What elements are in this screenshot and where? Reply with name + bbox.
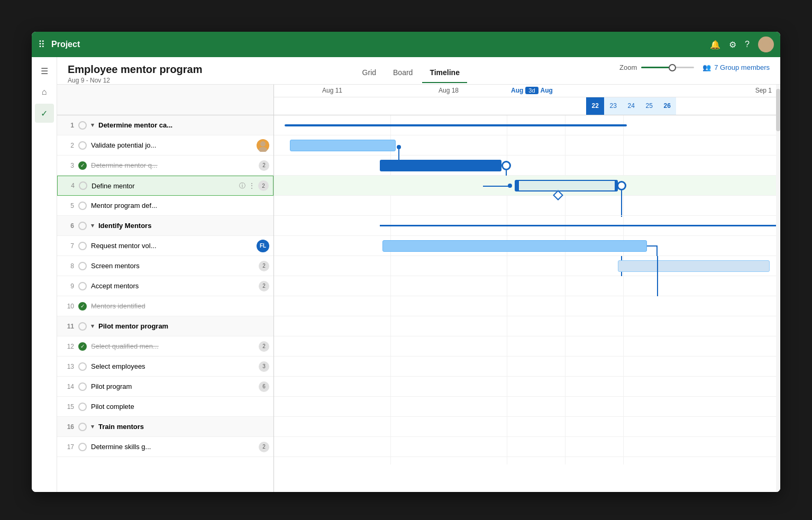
help-icon[interactable]: ? xyxy=(745,40,750,49)
task-badge: 2 xyxy=(259,281,269,291)
gantt-row-12 xyxy=(274,336,780,357)
gantt-row-5 xyxy=(274,196,780,216)
gantt-scrollbar-thumb[interactable] xyxy=(776,89,780,131)
gantt-row-17 xyxy=(274,437,780,457)
svg-point-2 xyxy=(260,141,266,147)
project-title-area: Employee mentor program Aug 9 - Nov 12 xyxy=(68,63,203,84)
gantt-scrollbar[interactable] xyxy=(776,85,780,492)
avatar[interactable] xyxy=(758,37,774,52)
gantt-container: 1 ▾ Determine mentor ca... 2 Validate po… xyxy=(57,85,780,492)
connector-h2 xyxy=(483,186,508,187)
main-content: Employee mentor program Aug 9 - Nov 12 G… xyxy=(57,57,780,492)
bar-row1[interactable] xyxy=(285,124,627,126)
table-row[interactable]: 6 ▾ Identify Mentors xyxy=(57,216,273,236)
task-badge: 2 xyxy=(259,261,269,271)
task-avatar xyxy=(257,139,269,152)
top-bar-icons: 🔔 ⚙ ? xyxy=(710,37,774,52)
gantt-row-1 xyxy=(274,115,780,135)
sidebar-item-home[interactable]: ⌂ xyxy=(35,83,54,102)
gantt-row-4 xyxy=(274,176,780,196)
day-23: 23 xyxy=(604,97,622,115)
gantt-row-13 xyxy=(274,357,780,377)
table-row[interactable]: 9 Accept mentors 2 xyxy=(57,276,273,296)
svg-point-0 xyxy=(762,39,770,47)
zoom-slider[interactable] xyxy=(641,67,694,68)
gantt-inner: Aug 11 Aug 18 Aug 3d Aug Sep 1 xyxy=(274,85,780,464)
group-icon: 👥 xyxy=(702,63,711,71)
collapse-arrow[interactable]: ▾ xyxy=(91,323,94,330)
gantt-row-2 xyxy=(274,135,780,156)
connector-v6 xyxy=(657,276,658,296)
task-badge: 2 xyxy=(259,341,269,352)
group-members-button[interactable]: 👥 7 Group members xyxy=(702,63,770,71)
collapse-arrow[interactable]: ▾ xyxy=(91,122,94,129)
resize-handle-left[interactable] xyxy=(516,181,519,190)
svg-point-3 xyxy=(259,147,267,152)
task-badge: 2 xyxy=(258,180,269,191)
table-row[interactable]: 17 Determine skills g... 2 xyxy=(57,437,273,457)
task-badge: 2 xyxy=(259,442,269,452)
task-avatar: FL xyxy=(257,240,269,252)
table-row[interactable]: 1 ▾ Determine mentor ca... xyxy=(57,115,273,135)
header-right: Zoom 👥 7 Group members xyxy=(619,63,770,76)
waffle-icon[interactable]: ⠿ xyxy=(38,39,45,50)
gantt-area: Aug 11 Aug 18 Aug 3d Aug Sep 1 xyxy=(274,85,780,492)
sidebar-item-check[interactable]: ✓ xyxy=(35,104,54,123)
notification-icon[interactable]: 🔔 xyxy=(710,40,720,50)
settings-icon[interactable]: ⚙ xyxy=(729,40,736,50)
connector-dot2 xyxy=(508,184,512,188)
top-bar: ⠿ Project 🔔 ⚙ ? xyxy=(32,32,780,57)
gantt-row-14 xyxy=(274,377,780,397)
collapse-arrow[interactable]: ▾ xyxy=(91,423,94,430)
bar-row4[interactable] xyxy=(515,180,618,191)
table-row[interactable]: 10 ✓ Mentors identified xyxy=(57,296,273,316)
gantt-row-3 xyxy=(274,156,780,176)
bar-row2[interactable] xyxy=(290,140,396,151)
gantt-row-16 xyxy=(274,417,780,437)
bar-end-circle2 xyxy=(617,181,626,190)
table-row[interactable]: 11 ▾ Pilot mentor program xyxy=(57,316,273,336)
day-24: 24 xyxy=(622,97,640,115)
more-icon[interactable]: ⋮ xyxy=(249,182,255,189)
bar-row7-tail xyxy=(647,245,658,247)
table-row[interactable]: 14 Pilot program 6 xyxy=(57,377,273,397)
table-row[interactable]: 12 ✓ Select qualified men... 2 xyxy=(57,336,273,357)
gantt-rows xyxy=(274,115,780,464)
bar-end-circle xyxy=(501,161,511,170)
info-icon[interactable]: ⓘ xyxy=(239,181,245,190)
gantt-row-8 xyxy=(274,256,780,276)
bar-row6-full xyxy=(380,225,780,226)
gantt-row-9 xyxy=(274,276,780,296)
table-row[interactable]: 4 Define mentor ⓘ ⋮ 2 xyxy=(57,176,273,196)
week-label-sep: Sep 1 xyxy=(557,87,780,94)
tab-timeline[interactable]: Timeline xyxy=(422,64,467,83)
zoom-label: Zoom xyxy=(619,63,637,71)
tab-board[interactable]: Board xyxy=(386,64,420,83)
bar-row8[interactable] xyxy=(618,260,770,272)
table-row[interactable]: 5 Mentor program def... xyxy=(57,196,273,216)
task-badge: 6 xyxy=(259,381,269,392)
table-row[interactable]: 2 Validate potential jo... xyxy=(57,135,273,156)
bar-row7[interactable] xyxy=(382,240,647,252)
svg-point-1 xyxy=(761,47,771,52)
sidebar-item-hamburger[interactable]: ☰ xyxy=(35,61,54,80)
task-badge: 3 xyxy=(259,361,269,372)
table-row[interactable]: 8 Screen mentors 2 xyxy=(57,256,273,276)
task-list: 1 ▾ Determine mentor ca... 2 Validate po… xyxy=(57,85,274,492)
day-25: 25 xyxy=(640,97,658,115)
connector-dot xyxy=(397,145,401,149)
bar-row3[interactable] xyxy=(380,160,501,171)
gantt-row-15 xyxy=(274,397,780,417)
day-22: 22 xyxy=(586,97,604,115)
table-row[interactable]: 3 ✓ Determine mentor q... 2 xyxy=(57,156,273,176)
project-header: Employee mentor program Aug 9 - Nov 12 G… xyxy=(57,57,780,85)
collapse-arrow[interactable]: ▾ xyxy=(91,222,94,229)
gantt-row-6 xyxy=(274,216,780,236)
project-dates: Aug 9 - Nov 12 xyxy=(68,77,203,84)
gantt-row-7 xyxy=(274,236,780,256)
table-row[interactable]: 13 Select employees 3 xyxy=(57,357,273,377)
table-row[interactable]: 16 ▾ Train mentors xyxy=(57,417,273,437)
table-row[interactable]: 7 Request mentor vol... FL xyxy=(57,236,273,256)
table-row[interactable]: 15 Pilot complete xyxy=(57,397,273,417)
tab-grid[interactable]: Grid xyxy=(355,64,384,83)
